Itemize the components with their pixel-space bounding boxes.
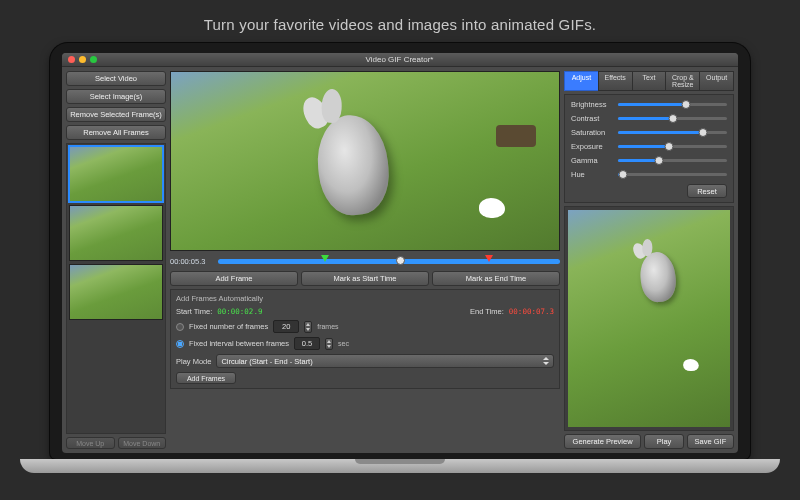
adjust-panel: Brightness Contrast Saturation Exposure … [564, 94, 734, 203]
select-images-button[interactable]: Select Image(s) [66, 89, 166, 104]
frame-thumb[interactable] [69, 205, 163, 261]
gif-preview-box: i [564, 206, 734, 431]
mark-end-button[interactable]: Mark as End Time [432, 271, 560, 286]
laptop-base [20, 459, 780, 473]
zoom-icon[interactable] [90, 56, 97, 63]
frame-count-unit: frames [317, 323, 338, 330]
frame-count-stepper[interactable] [304, 321, 312, 333]
tab-text[interactable]: Text [632, 71, 666, 91]
move-down-button[interactable]: Move Down [118, 437, 167, 449]
close-icon[interactable] [68, 56, 75, 63]
right-pane: Adjust Effects Text Crop & Resize Output… [564, 71, 734, 449]
play-button[interactable]: Play [644, 434, 684, 449]
tab-effects[interactable]: Effects [598, 71, 632, 91]
video-preview[interactable] [170, 71, 560, 251]
fixed-interval-label: Fixed interval between frames [189, 339, 289, 348]
add-frames-button[interactable]: Add Frames [176, 372, 236, 384]
fixed-interval-radio[interactable] [176, 340, 184, 348]
start-time-value: 00:00:02.9 [217, 307, 262, 316]
gamma-slider[interactable] [618, 159, 727, 162]
timecode: 00:00:05.3 [170, 257, 214, 266]
app-window: Video GIF Creator* Select Video Select I… [62, 53, 738, 453]
laptop-frame: Video GIF Creator* Select Video Select I… [50, 43, 750, 459]
contrast-label: Contrast [571, 114, 613, 123]
end-time-label: End Time: [470, 307, 504, 316]
tabs: Adjust Effects Text Crop & Resize Output [564, 71, 734, 91]
remove-all-button[interactable]: Remove All Frames [66, 125, 166, 140]
playhead[interactable] [396, 256, 405, 265]
frame-thumb[interactable] [69, 146, 163, 202]
center-pane: 00:00:05.3 Add Frame Mark as Start Time … [170, 71, 560, 449]
move-up-button[interactable]: Move Up [66, 437, 115, 449]
add-frame-button[interactable]: Add Frame [170, 271, 298, 286]
window-title: Video GIF Creator* [97, 55, 702, 64]
generate-preview-button[interactable]: Generate Preview [564, 434, 641, 449]
tab-crop[interactable]: Crop & Resize [665, 71, 699, 91]
preview-rabbit [683, 359, 699, 371]
start-time-label: Start Time: [176, 307, 212, 316]
timeline-track[interactable] [218, 259, 560, 264]
tagline: Turn your favorite videos and images int… [0, 0, 800, 43]
hue-label: Hue [571, 170, 613, 179]
auto-frames-panel: Add Frames Automatically Start Time: 00:… [170, 289, 560, 389]
play-mode-select[interactable]: Circular (Start - End - Start) [216, 354, 554, 368]
interval-input[interactable]: 0.5 [294, 337, 320, 350]
interval-unit: sec [338, 340, 349, 347]
fixed-count-label: Fixed number of frames [189, 322, 268, 331]
auto-panel-title: Add Frames Automatically [176, 294, 554, 303]
preview-character [638, 251, 678, 304]
reset-button[interactable]: Reset [687, 184, 727, 198]
contrast-slider[interactable] [618, 117, 727, 120]
tab-adjust[interactable]: Adjust [564, 71, 598, 91]
tab-output[interactable]: Output [699, 71, 734, 91]
save-gif-button[interactable]: Save GIF [687, 434, 734, 449]
gamma-label: Gamma [571, 156, 613, 165]
remove-selected-button[interactable]: Remove Selected Frame(s) [66, 107, 166, 122]
left-sidebar: Select Video Select Image(s) Remove Sele… [66, 71, 166, 449]
exposure-slider[interactable] [618, 145, 727, 148]
timeline: 00:00:05.3 [170, 254, 560, 268]
frame-thumb[interactable] [69, 264, 163, 320]
start-marker-icon[interactable] [321, 255, 329, 262]
saturation-label: Saturation [571, 128, 613, 137]
mark-start-button[interactable]: Mark as Start Time [301, 271, 429, 286]
gif-preview [568, 210, 730, 427]
frame-count-input[interactable]: 20 [273, 320, 299, 333]
traffic-lights [68, 56, 97, 63]
interval-stepper[interactable] [325, 338, 333, 350]
titlebar: Video GIF Creator* [62, 53, 738, 67]
saturation-slider[interactable] [618, 131, 727, 134]
end-marker-icon[interactable] [485, 255, 493, 262]
preview-character [313, 111, 393, 218]
hue-slider[interactable] [618, 173, 727, 176]
brightness-slider[interactable] [618, 103, 727, 106]
end-time-value: 00:00:07.3 [509, 307, 554, 316]
play-mode-label: Play Mode [176, 357, 211, 366]
brightness-label: Brightness [571, 100, 613, 109]
preview-rabbit [479, 198, 505, 218]
minimize-icon[interactable] [79, 56, 86, 63]
frame-thumbnails[interactable] [66, 143, 166, 434]
preview-scenery [496, 125, 536, 147]
select-video-button[interactable]: Select Video [66, 71, 166, 86]
exposure-label: Exposure [571, 142, 613, 151]
fixed-count-radio[interactable] [176, 323, 184, 331]
